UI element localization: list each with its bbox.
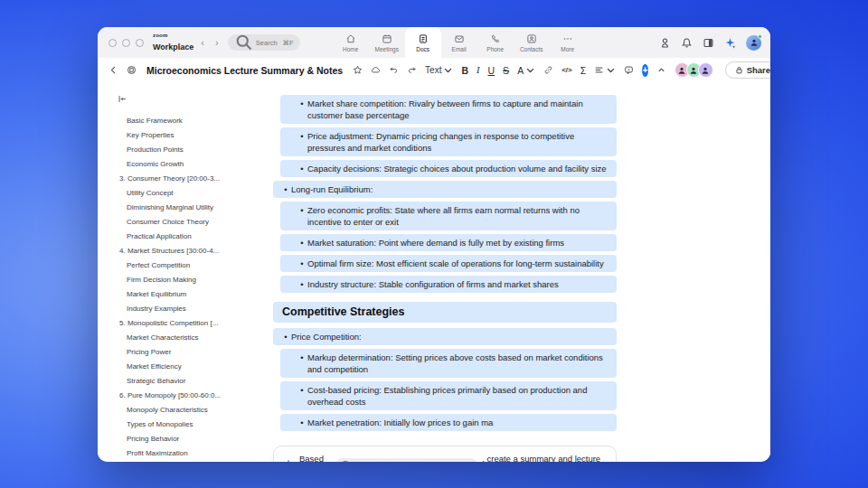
- outline-item[interactable]: 3. Consumer Theory [20:00-3...: [108, 171, 262, 185]
- phone-icon: [490, 33, 501, 44]
- tab-home[interactable]: Home: [333, 27, 369, 58]
- assistant-icon[interactable]: [659, 37, 671, 49]
- outline-item[interactable]: Economic Growth: [108, 156, 262, 171]
- document-canvas[interactable]: •Market share competition: Rivalry betwe…: [262, 82, 617, 462]
- collaborator-avatars[interactable]: [675, 62, 713, 78]
- close-window-button[interactable]: [108, 39, 117, 47]
- outline-item[interactable]: Market Efficiency: [108, 359, 262, 373]
- ai-companion-panel: Based on Lecture Principles of Microecon…: [273, 446, 617, 462]
- share-button[interactable]: Share: [725, 61, 770, 79]
- ai-companion-icon[interactable]: [724, 37, 736, 49]
- outline-item[interactable]: 5. Monopolistic Competition [...: [108, 315, 262, 330]
- bullet-dot: •: [280, 331, 291, 343]
- collapse-outline-icon[interactable]: [108, 89, 262, 113]
- outline-item[interactable]: Consumer Choice Theory: [108, 214, 262, 229]
- comment-icon[interactable]: [624, 65, 634, 75]
- bullet-item[interactable]: •Price adjustment: Dynamic pricing chang…: [280, 127, 617, 156]
- outline-item[interactable]: Perfect Competition: [108, 258, 262, 272]
- tab-email[interactable]: Email: [441, 27, 477, 58]
- notifications-bell-icon[interactable]: [681, 37, 693, 49]
- side-panel-icon[interactable]: [703, 37, 714, 49]
- bullet-item[interactable]: •Market penetration: Initially low price…: [280, 414, 617, 431]
- strikethrough-button[interactable]: S: [503, 65, 509, 76]
- nav-back-icon[interactable]: ‹: [201, 37, 204, 48]
- italic-button[interactable]: I: [476, 65, 480, 75]
- outline-item[interactable]: Strategic Behavior: [108, 373, 262, 388]
- bullet-item[interactable]: •Markup determination: Setting prices ab…: [280, 349, 617, 378]
- section-heading[interactable]: Competitive Strategies: [273, 302, 617, 323]
- bullet-item[interactable]: •Price Competition:: [273, 328, 617, 345]
- bullet-dot: •: [297, 237, 307, 249]
- outline-sidebar: Basic FrameworkKey PropertiesProduction …: [108, 82, 262, 462]
- outline-item[interactable]: Market Equilibrium: [108, 286, 262, 301]
- outline-item[interactable]: Key Properties: [108, 127, 262, 142]
- outline-item[interactable]: Monopoly Characteristics: [108, 402, 262, 417]
- tab-phone[interactable]: Phone: [477, 27, 514, 58]
- text-style-dropdown[interactable]: Text: [425, 65, 453, 75]
- outline-item[interactable]: Market Characteristics: [108, 330, 262, 344]
- outline-item[interactable]: 4. Market Structures [30:00-4...: [108, 243, 262, 258]
- back-button[interactable]: [108, 65, 118, 75]
- bullet-text: Market share competition: Rivalry betwee…: [307, 98, 609, 121]
- bullet-text: Price Competition:: [291, 331, 362, 343]
- code-icon[interactable]: </>: [561, 66, 572, 74]
- bullet-item[interactable]: •Industry structure: Stable configuratio…: [280, 276, 617, 293]
- bullet-dot: •: [280, 183, 291, 195]
- outline-item[interactable]: Utility Concept: [108, 185, 262, 200]
- bullet-dot: •: [297, 258, 307, 269]
- text-color-dropdown[interactable]: A: [517, 65, 535, 76]
- outline-item[interactable]: Production Points: [108, 142, 262, 156]
- outline-item[interactable]: Firm Decision Making: [108, 272, 262, 286]
- outline-item[interactable]: Profit Maximization: [108, 446, 262, 460]
- link-icon[interactable]: [543, 65, 553, 75]
- align-dropdown[interactable]: [594, 65, 616, 75]
- collaborator-avatar[interactable]: [698, 62, 713, 78]
- bullet-text: Industry structure: Stable configuration…: [307, 278, 559, 290]
- document-title[interactable]: Microeconomics Lecture Summary & Notes: [146, 65, 343, 76]
- main-nav-tabs: Home Meetings Docs Email Phone Contacts: [333, 27, 586, 58]
- bullet-item[interactable]: •Capacity decisions: Strategic choices a…: [280, 160, 617, 177]
- minimize-window-button[interactable]: [122, 39, 130, 47]
- formula-icon[interactable]: Σ: [580, 65, 587, 76]
- nav-forward-icon[interactable]: ›: [215, 37, 219, 48]
- window-controls[interactable]: [108, 39, 144, 47]
- tab-more[interactable]: More: [550, 27, 586, 58]
- bullet-text: Markup determination: Setting prices abo…: [307, 352, 609, 375]
- tab-meetings[interactable]: Meetings: [369, 27, 405, 58]
- bold-button[interactable]: B: [461, 65, 468, 76]
- outline-item[interactable]: Practical Application: [108, 229, 262, 243]
- bullet-text: Price adjustment: Dynamic pricing change…: [307, 130, 609, 154]
- bullet-item[interactable]: •Zero economic profits: State where all …: [280, 202, 617, 230]
- outline-item[interactable]: Basic Framework: [108, 113, 262, 127]
- tab-docs[interactable]: Docs: [405, 27, 441, 58]
- outline-item[interactable]: Industry Examples: [108, 301, 262, 315]
- cloud-sync-icon[interactable]: [371, 65, 381, 75]
- redo-icon[interactable]: [407, 65, 417, 75]
- outline-item[interactable]: Pricing Behavior: [108, 431, 262, 446]
- underline-button[interactable]: U: [488, 65, 495, 76]
- zoom-window-button[interactable]: [136, 39, 144, 47]
- bullet-item[interactable]: •Long-run Equilibrium:: [273, 181, 617, 198]
- outline-item[interactable]: Types of Monopolies: [108, 417, 262, 431]
- bullet-item[interactable]: •Market saturation: Point where demand i…: [280, 234, 617, 251]
- outline-item[interactable]: 6. Pure Monopoly [50:00-60:0...: [108, 388, 262, 402]
- bullet-item[interactable]: •Optimal firm size: Most efficient scale…: [280, 255, 617, 272]
- bullet-dot: •: [297, 417, 307, 428]
- collapse-toolbar-icon[interactable]: [656, 65, 666, 75]
- insert-plus-button[interactable]: +: [642, 64, 647, 77]
- outline-item[interactable]: Regulation Approaches: [108, 460, 262, 462]
- bullet-item[interactable]: •Cost-based pricing: Establishing prices…: [280, 381, 617, 410]
- app-window: zoom Workplace ‹ › Search ⌘F Home Meetin…: [98, 27, 770, 462]
- docs-home-icon[interactable]: [127, 65, 137, 75]
- outline-item[interactable]: Diminishing Marginal Utility: [108, 200, 262, 214]
- outline-item[interactable]: Pricing Power: [108, 344, 262, 359]
- search-input[interactable]: Search ⌘F: [228, 34, 300, 51]
- source-file-chip[interactable]: Lecture Principles of Microeconomics: [336, 458, 477, 462]
- undo-icon[interactable]: [389, 65, 399, 75]
- doc-toolbar: Microeconomics Lecture Summary & Notes T…: [98, 58, 770, 82]
- bullet-item[interactable]: •Market share competition: Rivalry betwe…: [280, 95, 617, 124]
- favorite-star-icon[interactable]: [353, 65, 363, 75]
- profile-avatar[interactable]: [746, 35, 761, 51]
- tab-contacts[interactable]: Contacts: [514, 27, 550, 58]
- ai-prompt-suffix: , create a summary and lecture notes.: [482, 454, 607, 462]
